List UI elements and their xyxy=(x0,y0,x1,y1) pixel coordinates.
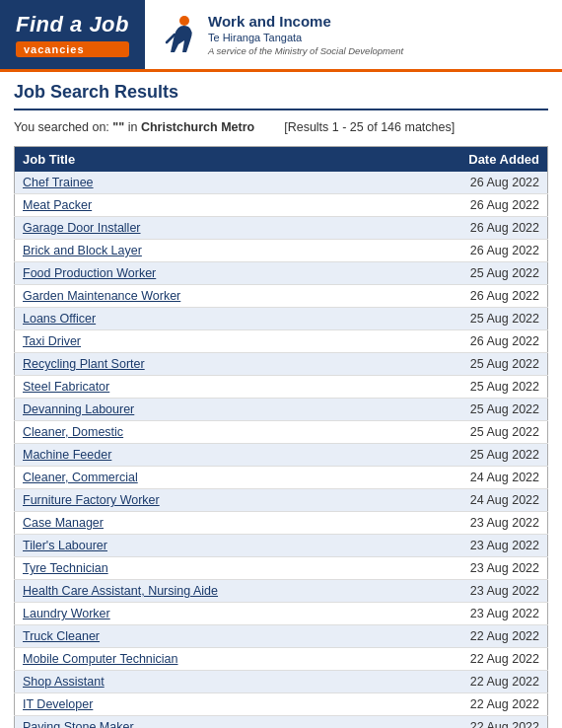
site-header: Find a Job vacancies Work and Income Te … xyxy=(0,0,562,72)
date-added-cell: 22 Aug 2022 xyxy=(392,625,548,648)
main-content: Job Search Results You searched on: "" i… xyxy=(0,72,562,728)
job-title-link[interactable]: Taxi Driver xyxy=(23,334,81,348)
job-title-cell[interactable]: Tyre Technician xyxy=(15,557,392,580)
job-title-cell[interactable]: Mobile Computer Technician xyxy=(15,648,392,671)
table-row: Garage Door Installer26 Aug 2022 xyxy=(15,217,548,240)
job-title-link[interactable]: Mobile Computer Technician xyxy=(23,652,178,666)
job-title-link[interactable]: Furniture Factory Worker xyxy=(23,493,160,507)
job-title-cell[interactable]: Chef Trainee xyxy=(15,172,392,194)
job-title-link[interactable]: Garage Door Installer xyxy=(23,221,141,235)
job-title-cell[interactable]: Machine Feeder xyxy=(15,444,392,467)
date-added-cell: 25 Aug 2022 xyxy=(392,353,548,376)
date-added-cell: 24 Aug 2022 xyxy=(392,489,548,512)
job-title-cell[interactable]: Loans Officer xyxy=(15,308,392,330)
job-title-cell[interactable]: Truck Cleaner xyxy=(15,625,392,648)
table-row: Tiler's Labourer23 Aug 2022 xyxy=(15,535,548,557)
date-added-cell: 22 Aug 2022 xyxy=(392,671,548,693)
work-income-main-text: Work and Income xyxy=(208,13,403,31)
date-added-cell: 23 Aug 2022 xyxy=(392,535,548,557)
date-added-cell: 24 Aug 2022 xyxy=(392,467,548,489)
date-added-cell: 22 Aug 2022 xyxy=(392,648,548,671)
table-row: Truck Cleaner22 Aug 2022 xyxy=(15,625,548,648)
job-title-link[interactable]: Food Production Worker xyxy=(23,266,156,280)
job-title-cell[interactable]: Cleaner, Commercial xyxy=(15,467,392,489)
date-added-cell: 25 Aug 2022 xyxy=(392,376,548,399)
job-title-cell[interactable]: Garage Door Installer xyxy=(15,217,392,240)
page-title: Job Search Results xyxy=(14,82,548,110)
table-row: Mobile Computer Technician22 Aug 2022 xyxy=(15,648,548,671)
table-row: Devanning Labourer25 Aug 2022 xyxy=(15,399,548,421)
job-title-link[interactable]: Loans Officer xyxy=(23,312,96,326)
work-income-icon xyxy=(157,13,200,56)
job-title-cell[interactable]: Shop Assistant xyxy=(15,671,392,693)
job-title-cell[interactable]: Paving Stone Maker xyxy=(15,716,392,729)
job-title-link[interactable]: Shop Assistant xyxy=(23,675,105,689)
job-title-link[interactable]: Meat Packer xyxy=(23,198,92,212)
job-title-link[interactable]: IT Developer xyxy=(23,697,93,711)
table-row: Tyre Technician23 Aug 2022 xyxy=(15,557,548,580)
job-title-link[interactable]: Cleaner, Domestic xyxy=(23,425,123,439)
logo-section: Work and Income Te Hiranga Tangata A ser… xyxy=(145,0,562,69)
search-description: You searched on: "" in Christchurch Metr… xyxy=(14,120,254,134)
table-row: Furniture Factory Worker24 Aug 2022 xyxy=(15,489,548,512)
date-added-cell: 23 Aug 2022 xyxy=(392,557,548,580)
job-title-link[interactable]: Case Manager xyxy=(23,516,104,530)
date-added-cell: 26 Aug 2022 xyxy=(392,217,548,240)
job-title-cell[interactable]: Recycling Plant Sorter xyxy=(15,353,392,376)
job-title-link[interactable]: Cleaner, Commercial xyxy=(23,471,138,484)
table-row: Taxi Driver26 Aug 2022 xyxy=(15,330,548,353)
table-row: Cleaner, Commercial24 Aug 2022 xyxy=(15,467,548,489)
job-title-link[interactable]: Health Care Assistant, Nursing Aide xyxy=(23,584,218,598)
table-row: Laundry Worker23 Aug 2022 xyxy=(15,603,548,625)
date-added-cell: 23 Aug 2022 xyxy=(392,512,548,535)
date-added-cell: 26 Aug 2022 xyxy=(392,330,548,353)
search-location: Christchurch Metro xyxy=(141,120,254,134)
job-title-cell[interactable]: Tiler's Labourer xyxy=(15,535,392,557)
work-income-service-text: A service of the Ministry of Social Deve… xyxy=(208,45,403,56)
job-title-link[interactable]: Devanning Labourer xyxy=(23,402,134,416)
job-title-link[interactable]: Steel Fabricator xyxy=(23,380,109,394)
table-row: Shop Assistant22 Aug 2022 xyxy=(15,671,548,693)
table-row: Loans Officer25 Aug 2022 xyxy=(15,308,548,330)
job-title-link[interactable]: Tiler's Labourer xyxy=(23,539,107,552)
job-title-cell[interactable]: Taxi Driver xyxy=(15,330,392,353)
job-title-link[interactable]: Chef Trainee xyxy=(23,176,94,189)
date-added-cell: 25 Aug 2022 xyxy=(392,444,548,467)
date-added-cell: 26 Aug 2022 xyxy=(392,172,548,194)
job-title-cell[interactable]: IT Developer xyxy=(15,693,392,716)
job-title-link[interactable]: Machine Feeder xyxy=(23,448,111,462)
job-title-cell[interactable]: Food Production Worker xyxy=(15,262,392,285)
table-row: Chef Trainee26 Aug 2022 xyxy=(15,172,548,194)
job-title-cell[interactable]: Cleaner, Domestic xyxy=(15,421,392,444)
job-title-cell[interactable]: Furniture Factory Worker xyxy=(15,489,392,512)
job-title-cell[interactable]: Steel Fabricator xyxy=(15,376,392,399)
brand-section: Find a Job vacancies xyxy=(0,0,145,69)
table-row: Paving Stone Maker22 Aug 2022 xyxy=(15,716,548,729)
job-title-link[interactable]: Garden Maintenance Worker xyxy=(23,289,180,303)
work-income-text: Work and Income Te Hiranga Tangata A ser… xyxy=(208,13,403,55)
svg-point-0 xyxy=(179,16,189,26)
date-added-cell: 25 Aug 2022 xyxy=(392,262,548,285)
job-title-link[interactable]: Recycling Plant Sorter xyxy=(23,357,145,371)
date-added-cell: 26 Aug 2022 xyxy=(392,240,548,262)
job-title-cell[interactable]: Devanning Labourer xyxy=(15,399,392,421)
job-title-link[interactable]: Laundry Worker xyxy=(23,607,110,620)
job-title-cell[interactable]: Laundry Worker xyxy=(15,603,392,625)
table-row: Food Production Worker25 Aug 2022 xyxy=(15,262,548,285)
job-title-cell[interactable]: Health Care Assistant, Nursing Aide xyxy=(15,580,392,603)
job-title-cell[interactable]: Brick and Block Layer xyxy=(15,240,392,262)
date-added-cell: 25 Aug 2022 xyxy=(392,421,548,444)
search-in: in xyxy=(128,120,138,134)
col-header-job-title: Job Title xyxy=(15,147,392,173)
job-title-link[interactable]: Paving Stone Maker xyxy=(23,720,134,728)
job-title-cell[interactable]: Meat Packer xyxy=(15,194,392,217)
job-title-link[interactable]: Tyre Technician xyxy=(23,561,108,575)
work-income-logo: Work and Income Te Hiranga Tangata A ser… xyxy=(157,13,403,56)
job-title-link[interactable]: Brick and Block Layer xyxy=(23,244,142,257)
job-title-cell[interactable]: Garden Maintenance Worker xyxy=(15,285,392,308)
search-label: You searched on: xyxy=(14,120,109,134)
date-added-cell: 23 Aug 2022 xyxy=(392,603,548,625)
table-row: Cleaner, Domestic25 Aug 2022 xyxy=(15,421,548,444)
job-title-cell[interactable]: Case Manager xyxy=(15,512,392,535)
job-title-link[interactable]: Truck Cleaner xyxy=(23,629,100,643)
